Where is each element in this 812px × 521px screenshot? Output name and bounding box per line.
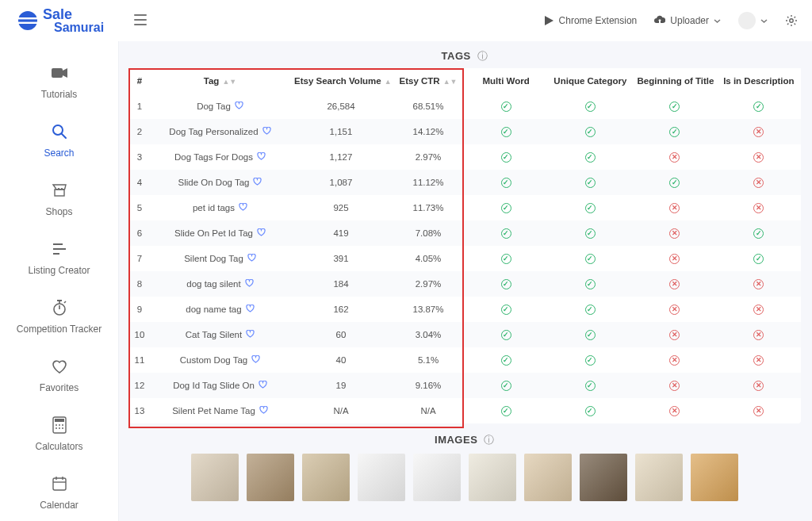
chrome-extension-link[interactable]: Chrome Extension (543, 15, 638, 26)
cell-unique: ✓ (548, 322, 632, 347)
image-thumb[interactable] (524, 454, 572, 501)
check-icon: ✓ (753, 253, 764, 262)
nav-tutorials[interactable]: Tutorials (12, 59, 107, 106)
col-multi[interactable]: Multi Word (464, 68, 548, 94)
image-thumb[interactable] (302, 454, 350, 501)
favorite-icon[interactable] (251, 355, 260, 365)
info-icon[interactable]: ⓘ (477, 50, 488, 62)
svg-point-35 (59, 427, 60, 429)
nav-listing-creator[interactable]: Listing Creator (12, 235, 107, 282)
col-ctr[interactable]: Etsy CTR▲▼ (393, 68, 464, 94)
cell-index: 9 (128, 297, 151, 322)
svg-line-12 (787, 17, 788, 17)
table-row: 11Custom Dog Tag405.1%✓✓✕✕ (128, 347, 801, 373)
image-thumb[interactable] (247, 454, 294, 501)
cell-ctr: 2.97% (393, 271, 464, 297)
favorite-icon[interactable] (259, 406, 268, 416)
logo[interactable]: Sale Samurai (17, 8, 104, 33)
favorite-icon[interactable] (239, 203, 247, 213)
table-row: 4Slide On Dog Tag1,08711.12%✓✓✓✕ (128, 170, 801, 195)
check-icon: ✓ (585, 329, 596, 339)
col-unique[interactable]: Unique Category (548, 68, 632, 94)
svg-point-0 (18, 11, 37, 30)
favorite-icon[interactable] (257, 152, 266, 162)
favorite-icon[interactable] (257, 228, 266, 238)
col-index[interactable]: # (128, 68, 151, 94)
nav-favorites[interactable]: Favorites (12, 352, 107, 400)
col-volume[interactable]: Etsy Search Volume▲▼ (289, 68, 393, 94)
cell-ctr: N/A (393, 398, 464, 423)
cell-desc: ✕ (717, 144, 801, 170)
nav-competition-tracker[interactable]: Competition Tracker (12, 293, 107, 341)
svg-line-19 (62, 134, 66, 138)
cell-ctr: 13.87% (393, 297, 464, 322)
favorite-icon[interactable] (247, 254, 256, 263)
heart-icon (52, 357, 67, 376)
nav-calculators[interactable]: Calculators (12, 411, 107, 458)
svg-point-18 (53, 125, 63, 135)
cell-ctr: 11.12% (393, 170, 464, 195)
check-icon: ✓ (585, 253, 596, 262)
cell-bot: ✓ (633, 94, 717, 119)
col-tag[interactable]: Tag▲▼ (151, 68, 289, 94)
check-icon: ✓ (669, 101, 680, 110)
image-thumb[interactable] (691, 454, 738, 501)
calculator-icon (52, 416, 67, 435)
col-bot[interactable]: Beginning of Title (633, 68, 717, 94)
svg-marker-6 (545, 16, 553, 25)
cell-bot: ✕ (633, 220, 717, 246)
menu-toggle[interactable] (134, 14, 147, 28)
cell-index: 12 (128, 373, 151, 398)
uploader-menu[interactable]: Uploader (654, 15, 721, 26)
cell-desc: ✕ (717, 322, 801, 347)
table-row: 7Silent Dog Tag3914.05%✓✓✕✓ (128, 246, 801, 271)
cell-index: 13 (128, 398, 151, 423)
cell-desc: ✕ (717, 347, 801, 373)
settings-button[interactable] (785, 14, 798, 27)
cell-desc: ✕ (717, 119, 801, 144)
nav-search[interactable]: Search (12, 117, 107, 165)
favorite-icon[interactable] (245, 279, 254, 289)
favorite-icon[interactable] (253, 178, 262, 187)
cell-unique: ✓ (548, 220, 632, 246)
favorite-icon[interactable] (259, 381, 267, 390)
image-thumb[interactable] (413, 454, 461, 501)
user-menu[interactable] (738, 12, 768, 29)
image-thumb[interactable] (469, 454, 516, 501)
cell-volume: 60 (289, 322, 393, 347)
info-icon[interactable]: ⓘ (484, 434, 495, 446)
col-desc[interactable]: Is in Description (717, 68, 801, 94)
check-icon: ✓ (585, 126, 596, 136)
svg-line-13 (795, 24, 795, 25)
cell-tag: Dog Tag Personalized (151, 119, 289, 144)
cell-desc: ✕ (717, 398, 801, 423)
cell-ctr: 2.97% (393, 144, 464, 170)
check-icon: ✓ (585, 354, 596, 364)
nav-shops[interactable]: Shops (12, 176, 107, 224)
favorite-icon[interactable] (235, 102, 243, 111)
image-thumb[interactable] (635, 454, 683, 501)
cell-ctr: 4.05% (393, 246, 464, 271)
cell-bot: ✕ (633, 373, 717, 398)
cell-unique: ✓ (548, 119, 632, 144)
cell-volume: 391 (289, 246, 393, 271)
cross-icon: ✕ (753, 405, 764, 415)
svg-point-31 (56, 424, 57, 426)
image-thumb[interactable] (191, 454, 239, 501)
favorite-icon[interactable] (262, 127, 271, 136)
check-icon: ✓ (501, 329, 511, 339)
cell-tag: Dog Id Tag Slide On (151, 373, 289, 398)
favorite-icon[interactable] (246, 305, 255, 314)
table-row: 3Dog Tags For Dogs1,1272.97%✓✓✕✕ (128, 144, 801, 170)
check-icon: ✓ (501, 151, 511, 161)
cell-ctr: 3.04% (393, 322, 464, 347)
search-icon (52, 122, 67, 141)
cell-bot: ✕ (633, 144, 717, 170)
cross-icon: ✕ (669, 151, 680, 161)
svg-rect-20 (55, 190, 64, 196)
favorite-icon[interactable] (246, 330, 255, 339)
image-thumb[interactable] (358, 454, 405, 501)
cell-index: 10 (128, 322, 151, 347)
nav-calendar[interactable]: Calendar (12, 469, 107, 517)
image-thumb[interactable] (580, 454, 627, 501)
